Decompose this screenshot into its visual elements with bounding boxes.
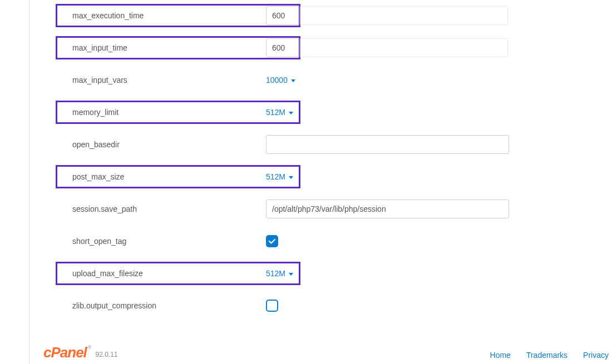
checkmark-icon: [268, 237, 276, 245]
row-open-basedir: open_basedir: [56, 134, 612, 154]
label-zlib-output-compression: zlib.output_compression: [56, 301, 266, 310]
highlight-box: [56, 101, 300, 124]
checkbox-short-open-tag[interactable]: [266, 235, 278, 247]
row-session-save-path: session.save_path: [56, 199, 612, 219]
link-privacy[interactable]: Privacy: [583, 351, 609, 360]
checkbox-zlib-output-compression[interactable]: [266, 300, 278, 312]
label-short-open-tag: short_open_tag: [56, 237, 266, 246]
row-short-open-tag: short_open_tag: [56, 231, 612, 251]
registered-icon: ®: [88, 345, 91, 350]
dropdown-max-input-vars[interactable]: 10000: [266, 76, 295, 84]
footer-left: cPanel® 92.0.11: [43, 345, 118, 360]
row-max-execution-time: max_execution_time: [56, 6, 612, 26]
highlight-box: [56, 4, 300, 27]
php-settings-list: max_execution_time max_input_time max_in…: [0, 0, 612, 316]
input-max-input-time-ext[interactable]: [299, 38, 508, 57]
logo-text: cPanel: [43, 344, 87, 361]
input-open-basedir[interactable]: [266, 135, 509, 154]
scroll-gutter: [29, 0, 29, 364]
row-post-max-size: post_max_size 512M: [56, 167, 612, 187]
input-max-execution-time-ext[interactable]: [299, 6, 508, 25]
highlight-box: [56, 36, 300, 59]
link-trademarks[interactable]: Trademarks: [526, 351, 567, 360]
label-max-input-vars: max_input_vars: [56, 76, 266, 84]
caret-down-icon: [291, 79, 295, 82]
dropdown-value: 10000: [266, 76, 288, 84]
label-open-basedir: open_basedir: [56, 140, 266, 149]
highlight-box: [56, 165, 300, 188]
highlight-box: [56, 262, 300, 285]
footer-links: Home Trademarks Privacy: [490, 351, 609, 360]
row-upload-max-filesize: upload_max_filesize 512M: [56, 263, 612, 283]
row-memory-limit: memory_limit 512M: [56, 102, 612, 122]
cpanel-logo: cPanel®: [43, 345, 91, 360]
row-max-input-vars: max_input_vars 10000: [56, 70, 612, 90]
version-text: 92.0.11: [95, 351, 117, 358]
row-max-input-time: max_input_time: [56, 38, 612, 58]
link-home[interactable]: Home: [490, 351, 511, 360]
label-session-save-path: session.save_path: [56, 205, 266, 213]
row-zlib-output-compression: zlib.output_compression: [56, 296, 612, 316]
footer: cPanel® 92.0.11 Home Trademarks Privacy: [43, 345, 612, 360]
input-session-save-path[interactable]: [266, 200, 509, 218]
